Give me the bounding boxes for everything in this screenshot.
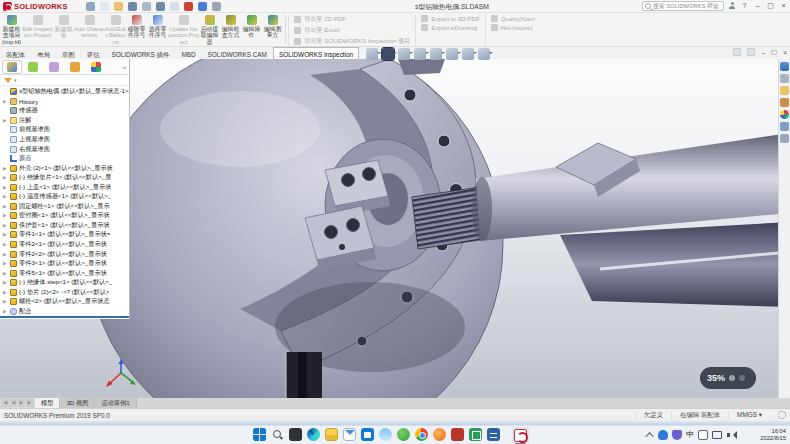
- help-button[interactable]: ?: [740, 1, 749, 11]
- open-icon[interactable]: [114, 2, 123, 11]
- section-view-icon[interactable]: [382, 48, 394, 60]
- forum-icon[interactable]: [780, 134, 789, 143]
- tree-item[interactable]: ▶History: [0, 97, 129, 107]
- ribbon-button-edit-measurement[interactable]: 编辑测量方: [262, 14, 283, 39]
- design-library-icon[interactable]: [780, 74, 789, 83]
- settings-icon[interactable]: [212, 2, 221, 11]
- panel-tab-configuration-manager[interactable]: [44, 60, 64, 74]
- expand-arrow-icon[interactable]: ▶: [3, 252, 8, 257]
- new-document-icon[interactable]: [100, 2, 109, 11]
- tree-item[interactable]: ▶零件2<1> (默认<<默认>_显示状: [0, 240, 129, 250]
- save-icon[interactable]: [128, 2, 137, 11]
- taskbar-app-weather-icon[interactable]: [379, 428, 392, 441]
- doc-toolbar-icon[interactable]: [733, 48, 741, 56]
- tree-item[interactable]: ▶固定螺栓<1> (默认<<默认>_显示: [0, 202, 129, 212]
- taskbar-app-search-icon[interactable]: [271, 428, 284, 441]
- taskbar-app-spreadsheet-icon[interactable]: [469, 428, 482, 441]
- expand-arrow-icon[interactable]: ▶: [3, 280, 8, 285]
- overlay-badge[interactable]: 35%: [700, 367, 756, 389]
- appearances-icon[interactable]: [780, 110, 789, 119]
- tree-item[interactable]: 传感器: [0, 106, 129, 116]
- taskbar-clock[interactable]: 16:04 2022/8/15: [760, 428, 786, 442]
- panel-tabs-more[interactable]: »: [123, 64, 129, 70]
- tree-item[interactable]: 右视基准面: [0, 144, 129, 154]
- tree-item[interactable]: ▶密封圈<1> (默认<<默认>_显示状: [0, 211, 129, 221]
- taskbar-app-word-icon[interactable]: [487, 428, 500, 441]
- tree-item[interactable]: ▶零件2<2> (默认<<默认>_显示状: [0, 249, 129, 259]
- display-icon[interactable]: [712, 431, 722, 439]
- tree-item[interactable]: ▶零件3<1> (默认<<默认>_显示状: [0, 259, 129, 269]
- doc-tab-3D-视图[interactable]: 3D 视图: [60, 398, 95, 408]
- taskbar-app-file-explorer-icon[interactable]: [325, 428, 338, 441]
- ribbon-button-remove-balloons[interactable]: 移除零件序号: [126, 14, 147, 39]
- taskbar-app-widgets-icon[interactable]: [289, 428, 302, 441]
- file-explorer-icon[interactable]: [780, 86, 789, 95]
- tree-item[interactable]: ▶零件5<1> (默认<<默认>_显示状: [0, 268, 129, 278]
- expand-arrow-icon[interactable]: ▶: [3, 299, 8, 304]
- status-gear-icon[interactable]: [778, 411, 786, 419]
- ribbon-button-new-inspection-project[interactable]: 新建检查项目 (imp:H): [1, 14, 22, 45]
- login-icon[interactable]: [728, 2, 736, 10]
- taskbar-app-reader-icon[interactable]: [451, 428, 464, 441]
- tree-item[interactable]: ▶(-) 绝缘垫片<1> (默认<<默认>_显: [0, 173, 129, 183]
- doc-nav-next-icon[interactable]: ▶: [18, 399, 25, 407]
- expand-arrow-icon[interactable]: ▶: [3, 309, 8, 314]
- tree-item[interactable]: ▶(-) 垫片 (2)<2> ->? (默认<<默认>: [0, 287, 129, 297]
- tree-item[interactable]: ▶注解: [0, 116, 129, 126]
- expand-arrow-icon[interactable]: ▶: [3, 290, 8, 295]
- tab-solidworks-插件[interactable]: SOLIDWORKS 插件: [106, 47, 176, 59]
- view-orientation-icon[interactable]: [398, 48, 410, 60]
- tree-item[interactable]: s型铝轴热电偶 (默认<默认_显示状态-1>: [0, 87, 129, 97]
- taskbar-app-browser-icon[interactable]: [415, 428, 428, 441]
- tab-mbd[interactable]: MBD: [175, 47, 201, 59]
- expand-arrow-icon[interactable]: ▶: [3, 261, 8, 266]
- tab-装配体[interactable]: 装配体: [0, 47, 31, 59]
- lang-icon[interactable]: 中: [686, 430, 694, 440]
- expand-arrow-icon[interactable]: ▶: [3, 175, 8, 180]
- tree-item[interactable]: ▶(-) 温度传感器<1> (默认<<默认>_: [0, 192, 129, 202]
- taskbar-app-mail-icon[interactable]: [343, 428, 356, 441]
- tree-item[interactable]: ▶配合: [0, 307, 129, 315]
- tab-solidworks-cam[interactable]: SOLIDWORKS CAM: [202, 47, 273, 59]
- taskbar-app-store-icon[interactable]: [361, 428, 374, 441]
- graphics-viewport[interactable]: 35% » ▾ s型铝轴热电偶 (默认<默认_显示状态-1>▶History传感…: [0, 59, 790, 398]
- volume-icon[interactable]: [726, 430, 736, 440]
- edit-appearance-icon[interactable]: [446, 48, 458, 60]
- units-selector[interactable]: MMGS ▾: [728, 411, 770, 419]
- doc-restore-button[interactable]: ▢: [771, 48, 777, 56]
- ribbon-button-select-balloons[interactable]: 选择零件序号: [147, 14, 168, 39]
- ime-icon[interactable]: [698, 430, 708, 440]
- tab-草图[interactable]: 草图: [56, 47, 81, 59]
- expand-arrow-icon[interactable]: ▶: [3, 118, 8, 123]
- zoom-fit-icon[interactable]: [366, 48, 378, 60]
- expand-arrow-icon[interactable]: ▶: [3, 194, 8, 199]
- tab-布局[interactable]: 布局: [31, 47, 56, 59]
- tree-item[interactable]: 上视基准面: [0, 135, 129, 145]
- panel-tab-dimxpert-manager[interactable]: [65, 60, 85, 74]
- close-button[interactable]: ×: [779, 1, 788, 11]
- expand-arrow-icon[interactable]: ▶: [3, 99, 8, 104]
- taskbar-app-solidworks[interactable]: [512, 427, 529, 444]
- doc-tab-运动算例1[interactable]: 运动算例1: [95, 398, 136, 408]
- expand-arrow-icon[interactable]: ▶: [3, 223, 8, 228]
- minimize-button[interactable]: –: [753, 1, 762, 11]
- tree-item[interactable]: ▶(-) 绝缘体.step<1> (默认<<默认>_: [0, 278, 129, 288]
- chevron-up-icon[interactable]: [645, 432, 653, 440]
- undo-icon[interactable]: [156, 2, 165, 11]
- tab-评估[interactable]: 评估: [81, 47, 106, 59]
- custom-properties-icon[interactable]: [780, 122, 789, 131]
- expand-arrow-icon[interactable]: ▶: [3, 271, 8, 276]
- expand-arrow-icon[interactable]: ▶: [3, 204, 8, 209]
- taskbar-app-edge-icon[interactable]: [307, 428, 320, 441]
- tree-item[interactable]: 原点: [0, 154, 129, 164]
- tree-item[interactable]: ▶外壳 (2)<1> (默认<<默认>_显示状: [0, 163, 129, 173]
- home-icon[interactable]: [86, 2, 95, 11]
- tree-end-bar[interactable]: [0, 316, 129, 318]
- restore-button[interactable]: ▢: [766, 1, 775, 11]
- home-icon[interactable]: [780, 62, 789, 71]
- hide-show-items-icon[interactable]: [430, 48, 442, 60]
- expand-arrow-icon[interactable]: ▶: [3, 232, 8, 237]
- doc-nav-prev-icon[interactable]: ◀: [10, 399, 17, 407]
- tree-item[interactable]: ▶零件1<1> (默认<<默认>_显示状=: [0, 230, 129, 240]
- panel-tab-property-manager[interactable]: [23, 60, 43, 74]
